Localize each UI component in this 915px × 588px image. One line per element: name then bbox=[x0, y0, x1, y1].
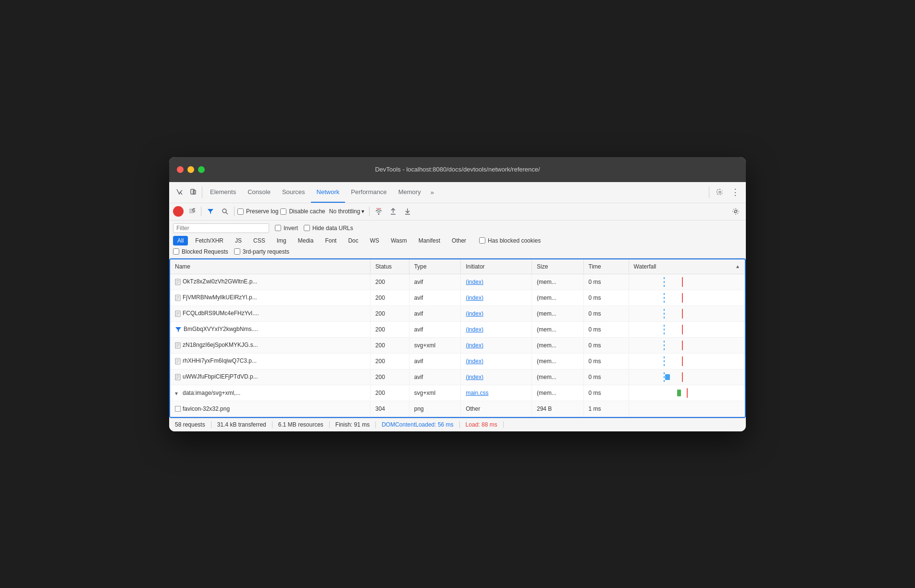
hide-data-urls-checkbox[interactable]: Hide data URLs bbox=[304, 225, 353, 232]
wifi-icon[interactable] bbox=[372, 205, 385, 218]
initiator-cell[interactable]: (index) bbox=[461, 353, 532, 369]
table-row[interactable]: BmGbqXVYxIY2kwgbNms....200avif(index)(me… bbox=[170, 321, 745, 337]
type-cell: svg+xml bbox=[409, 337, 461, 353]
file-name: BmGbqXVYxIY2kwgbNms.... bbox=[184, 326, 258, 332]
initiator-link[interactable]: (index) bbox=[466, 294, 483, 301]
toolbar-divider-2 bbox=[234, 207, 235, 216]
filter-js[interactable]: JS bbox=[231, 236, 246, 245]
th-name[interactable]: Name bbox=[170, 259, 371, 274]
file-row-icon bbox=[175, 310, 183, 317]
initiator-cell[interactable]: (index) bbox=[461, 369, 532, 385]
tab-memory[interactable]: Memory bbox=[393, 182, 427, 203]
initiator-link[interactable]: (index) bbox=[466, 374, 483, 380]
initiator-link[interactable]: (index) bbox=[466, 279, 483, 285]
table-row[interactable]: OkTz8xZwi0zVh2GWltnE.p...200avif(index)(… bbox=[170, 274, 745, 290]
file-row-icon bbox=[175, 294, 183, 301]
filter-fetch[interactable]: Fetch/XHR bbox=[191, 236, 228, 245]
initiator-cell[interactable]: (index) bbox=[461, 337, 532, 353]
th-time[interactable]: Time bbox=[583, 259, 629, 274]
table-row[interactable]: zN18ngzI6ejSpoKMYKJG.s...200svg+xml(inde… bbox=[170, 337, 745, 353]
filter-all[interactable]: All bbox=[173, 236, 188, 245]
disable-cache-checkbox[interactable]: Disable cache bbox=[280, 208, 325, 215]
initiator-link[interactable]: (index) bbox=[466, 342, 483, 349]
status-cell: 200 bbox=[371, 369, 409, 385]
table-row[interactable]: FjVMRBNwMyllkUElRzYI.p...200avif(index)(… bbox=[170, 290, 745, 306]
filter-manifest[interactable]: Manifest bbox=[414, 236, 445, 245]
table-row[interactable]: uWWJfuFbpiClEFjPTdVD.p...200avif(index)(… bbox=[170, 369, 745, 385]
maximize-button[interactable] bbox=[198, 166, 205, 173]
tab-console[interactable]: Console bbox=[242, 182, 276, 203]
tab-elements[interactable]: Elements bbox=[204, 182, 242, 203]
settings-icon[interactable] bbox=[713, 185, 727, 199]
filter-doc[interactable]: Doc bbox=[344, 236, 362, 245]
table-row[interactable]: ▾data:image/svg+xml,...200svg+xmlmain.cs… bbox=[170, 385, 745, 401]
name-cell: rhXHHi7yxFm6IqiwQ7C3.p... bbox=[175, 357, 365, 365]
initiator-cell[interactable]: main.css bbox=[461, 385, 532, 401]
invert-checkbox[interactable]: Invert bbox=[275, 225, 298, 232]
network-settings-icon[interactable] bbox=[730, 205, 742, 218]
record-button[interactable] bbox=[173, 206, 184, 217]
filter-other[interactable]: Other bbox=[447, 236, 470, 245]
search-icon[interactable] bbox=[219, 205, 231, 218]
status-cell: 200 bbox=[371, 385, 409, 401]
initiator-cell[interactable]: (index) bbox=[461, 274, 532, 290]
throttle-select[interactable]: No throttling ▾ bbox=[327, 207, 367, 216]
filter-ws[interactable]: WS bbox=[366, 236, 383, 245]
filter-input[interactable] bbox=[176, 225, 266, 232]
svg-point-10 bbox=[735, 210, 737, 213]
initiator-link[interactable]: (index) bbox=[466, 310, 483, 317]
inspect-icon[interactable] bbox=[173, 185, 186, 199]
third-party-checkbox[interactable]: 3rd-party requests bbox=[234, 248, 289, 255]
devtools-tabs-bar: Elements Console Sources Network Perform… bbox=[169, 182, 746, 203]
tab-performance[interactable]: Performance bbox=[345, 182, 392, 203]
upload-icon[interactable] bbox=[387, 205, 399, 218]
th-size[interactable]: Size bbox=[532, 259, 584, 274]
initiator-link[interactable]: (index) bbox=[466, 326, 483, 333]
has-blocked-cookies-checkbox[interactable]: Has blocked cookies bbox=[479, 237, 541, 244]
status-cell: 200 bbox=[371, 337, 409, 353]
close-button[interactable] bbox=[177, 166, 184, 173]
th-status[interactable]: Status bbox=[371, 259, 409, 274]
initiator-cell[interactable]: (index) bbox=[461, 290, 532, 306]
type-cell: avif bbox=[409, 274, 461, 290]
type-cell: avif bbox=[409, 369, 461, 385]
waterfall-cell bbox=[629, 369, 745, 385]
filter-wasm[interactable]: Wasm bbox=[386, 236, 411, 245]
tab-sources[interactable]: Sources bbox=[276, 182, 311, 203]
size-cell: (mem... bbox=[532, 274, 584, 290]
filter-media[interactable]: Media bbox=[294, 236, 318, 245]
th-initiator[interactable]: Initiator bbox=[461, 259, 532, 274]
tab-network[interactable]: Network bbox=[311, 182, 346, 203]
file-name: OkTz8xZwi0zVh2GWltnE.p... bbox=[183, 278, 257, 285]
filter-font[interactable]: Font bbox=[321, 236, 341, 245]
filter-img[interactable]: Img bbox=[272, 236, 291, 245]
th-type[interactable]: Type bbox=[409, 259, 461, 274]
filter-icon[interactable] bbox=[204, 205, 217, 218]
name-cell: uWWJfuFbpiClEFjPTdVD.p... bbox=[175, 373, 365, 380]
clear-button[interactable] bbox=[185, 205, 198, 218]
blocked-requests-checkbox[interactable]: Blocked Requests bbox=[173, 248, 228, 255]
th-waterfall[interactable]: Waterfall ▲ bbox=[629, 259, 745, 274]
name-cell: zN18ngzI6ejSpoKMYKJG.s... bbox=[175, 342, 365, 349]
filter-css[interactable]: CSS bbox=[249, 236, 270, 245]
size-cell: (mem... bbox=[532, 385, 584, 401]
type-cell: svg+xml bbox=[409, 385, 461, 401]
waterfall-cell bbox=[629, 290, 745, 306]
status-load: Load: 88 ms bbox=[460, 421, 504, 428]
table-row[interactable]: favicon-32x32.png304pngOther294 B1 ms bbox=[170, 401, 745, 416]
initiator-cell[interactable]: (index) bbox=[461, 321, 532, 337]
more-tabs-button[interactable]: » bbox=[427, 182, 438, 203]
square-row-icon bbox=[175, 405, 183, 412]
name-cell: FCQLdbRS9UMc4eFHzYvI.... bbox=[175, 310, 365, 317]
initiator-link[interactable]: main.css bbox=[466, 390, 488, 396]
device-toolbar-icon[interactable] bbox=[186, 185, 200, 199]
table-row[interactable]: FCQLdbRS9UMc4eFHzYvI....200avif(index)(m… bbox=[170, 306, 745, 321]
status-cell: 200 bbox=[371, 290, 409, 306]
initiator-link[interactable]: (index) bbox=[466, 358, 483, 365]
initiator-cell[interactable]: (index) bbox=[461, 306, 532, 321]
table-row[interactable]: rhXHHi7yxFm6IqiwQ7C3.p...200avif(index)(… bbox=[170, 353, 745, 369]
preserve-log-checkbox[interactable]: Preserve log bbox=[237, 208, 278, 215]
more-options-icon[interactable]: ⋮ bbox=[729, 185, 742, 199]
minimize-button[interactable] bbox=[187, 166, 194, 173]
download-icon[interactable] bbox=[401, 205, 414, 218]
